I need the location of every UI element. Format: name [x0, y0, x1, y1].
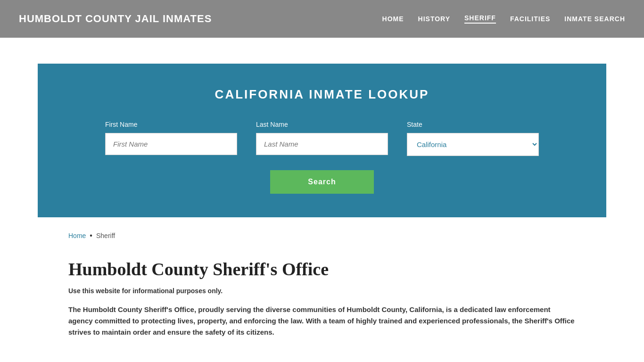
search-fields: First Name Last Name State California [86, 121, 558, 156]
nav-sheriff[interactable]: SHERIFF [464, 14, 496, 24]
first-name-label: First Name [105, 121, 237, 128]
breadcrumb-home[interactable]: Home [68, 232, 86, 239]
breadcrumb: Home • Sheriff [68, 217, 576, 249]
search-section: CALIFORNIA INMATE LOOKUP First Name Last… [38, 64, 606, 217]
nav-history[interactable]: HISTORY [418, 15, 450, 23]
nav-inmate-search[interactable]: INMATE SEARCH [564, 15, 625, 23]
last-name-input[interactable] [256, 133, 388, 155]
info-notice: Use this website for informational purpo… [68, 287, 576, 295]
first-name-input[interactable] [105, 133, 237, 155]
top-spacer [0, 38, 644, 64]
breadcrumb-current: Sheriff [96, 232, 115, 239]
main-nav: HOME HISTORY SHERIFF FACILITIES INMATE S… [382, 14, 625, 24]
page-title: Humboldt County Sheriff's Office [68, 259, 576, 280]
search-button[interactable]: Search [270, 170, 373, 194]
last-name-group: Last Name [256, 121, 388, 156]
state-label: State [407, 121, 539, 128]
breadcrumb-separator: • [90, 231, 92, 240]
state-group: State California [407, 121, 539, 156]
search-title: CALIFORNIA INMATE LOOKUP [215, 87, 429, 102]
body-text: The Humboldt County Sheriff's Office, pr… [68, 304, 576, 338]
state-select[interactable]: California [407, 133, 539, 156]
nav-home[interactable]: HOME [382, 15, 404, 23]
main-content: Home • Sheriff Humboldt County Sheriff's… [0, 217, 644, 338]
site-title: HUMBOLDT COUNTY JAIL INMATES [19, 13, 212, 25]
last-name-label: Last Name [256, 121, 388, 128]
site-header: HUMBOLDT COUNTY JAIL INMATES HOME HISTOR… [0, 0, 644, 38]
nav-facilities[interactable]: FACILITIES [510, 15, 550, 23]
first-name-group: First Name [105, 121, 237, 156]
